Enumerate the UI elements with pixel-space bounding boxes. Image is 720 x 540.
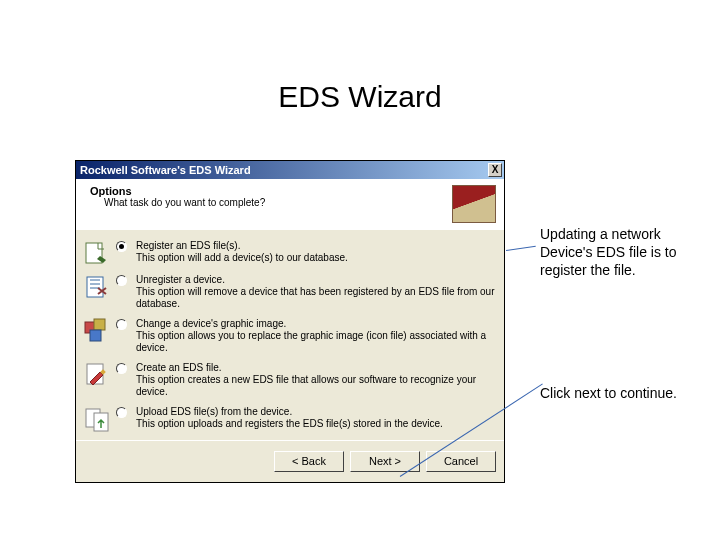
radio-create[interactable] [116,363,127,374]
button-row: < Back Next > Cancel [76,441,504,482]
back-button[interactable]: < Back [274,451,344,472]
wizard-graphic-icon [452,185,496,223]
header-panel: Options What task do you want to complet… [76,179,504,229]
radio-unregister[interactable] [116,275,127,286]
upload-file-icon [84,406,110,432]
option-label: Unregister a device. [136,274,496,286]
option-desc: This option creates a new EDS file that … [136,374,496,398]
eds-wizard-dialog: Rockwell Software's EDS Wizard X Options… [75,160,505,483]
option-upload[interactable]: Upload EDS file(s) from the device. This… [82,402,498,436]
radio-register[interactable] [116,241,127,252]
option-change-image[interactable]: Change a device's graphic image. This op… [82,314,498,358]
callout-line-1 [506,246,536,251]
annotation-register: Updating a network Device's EDS file is … [540,225,700,279]
option-desc: This option uploads and registers the ED… [136,418,496,430]
header-subtitle: What task do you want to complete? [90,197,452,208]
window-title: Rockwell Software's EDS Wizard [80,164,488,176]
close-icon: X [492,164,499,175]
option-unregister[interactable]: Unregister a device. This option will re… [82,270,498,314]
titlebar: Rockwell Software's EDS Wizard X [76,161,504,179]
option-desc: This option allows you to replace the gr… [136,330,496,354]
slide-title: EDS Wizard [0,80,720,114]
option-label: Upload EDS file(s) from the device. [136,406,496,418]
unregister-file-icon [84,274,110,300]
option-register[interactable]: Register an EDS file(s). This option wil… [82,236,498,270]
option-desc: This option will add a device(s) to our … [136,252,496,264]
radio-change-image[interactable] [116,319,127,330]
create-file-icon [84,362,110,388]
annotation-next: Click next to continue. [540,384,710,402]
radio-upload[interactable] [116,407,127,418]
options-group: Register an EDS file(s). This option wil… [76,230,504,440]
option-create[interactable]: Create an EDS file. This option creates … [82,358,498,402]
option-label: Create an EDS file. [136,362,496,374]
cancel-button[interactable]: Cancel [426,451,496,472]
close-button[interactable]: X [488,163,502,177]
option-desc: This option will remove a device that ha… [136,286,496,310]
option-label: Change a device's graphic image. [136,318,496,330]
svg-rect-3 [94,319,105,330]
register-file-icon [84,240,110,266]
graphic-image-icon [84,318,110,344]
header-title: Options [90,185,452,197]
svg-rect-4 [90,330,101,341]
option-label: Register an EDS file(s). [136,240,496,252]
header-text: Options What task do you want to complet… [90,185,452,208]
